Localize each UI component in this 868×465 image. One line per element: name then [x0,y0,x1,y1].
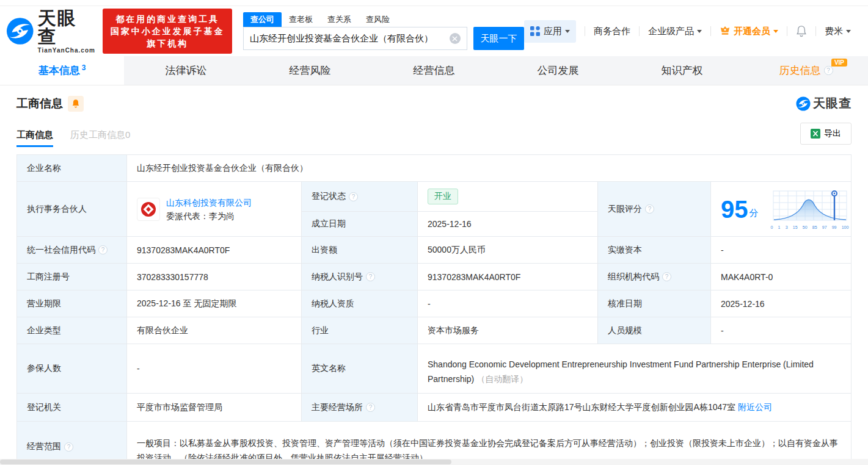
score-distribution-chart: 01 315 5085 9799 100 [771,189,849,229]
credit-code-label: 统一社会信用代码 ? [17,237,127,263]
credit-code-value: 91370283MAK4A0RT0F [127,237,302,263]
horizontal-scrollbar[interactable] [0,459,868,465]
contribution-value: 50000万人民币 [418,237,598,263]
tab-label: 历史信息 [779,63,821,78]
bell-icon [796,25,807,37]
tab-history-info[interactable]: VIP 历史信息 ? [744,56,868,85]
search-tab-company[interactable]: 查公司 [243,12,282,27]
nav-open-vip[interactable]: 开通会员 [720,26,778,37]
clear-search-icon[interactable] [450,33,461,44]
notification-bell[interactable] [796,25,807,37]
establish-date-label: 成立日期 [302,212,418,236]
english-name-label: 英文名称 [302,344,418,393]
table-row: 参保人数 - 英文名称 Shandong Economic Developmen… [17,344,851,394]
chevron-down-icon [773,30,778,33]
tab-intellectual-property[interactable]: 知识产权 [620,56,744,85]
table-row: 统一社会信用代码 ? 91370283MAK4A0RT0F 出资额 50000万… [17,237,851,264]
tab-basic-info[interactable]: 基本信息 3 [0,56,124,85]
establish-date-value: 2025-12-16 [418,212,597,236]
tab-label: 知识产权 [662,63,703,78]
help-icon[interactable]: ? [98,245,108,254]
help-icon[interactable]: ? [64,442,73,452]
help-icon[interactable]: ? [349,192,358,201]
search-row: 天眼一下 [243,27,524,50]
tab-label: 法律诉讼 [166,63,207,78]
tab-label: 经营风险 [290,63,331,78]
help-icon[interactable]: ? [824,66,833,75]
export-button[interactable]: 导出 [800,123,852,145]
tianyancha-logo[interactable]: 天眼查 TianYanCha.com [6,9,95,54]
partner-logo[interactable] [137,198,160,221]
taxpayer-id-label: 纳税人识别号 ? [302,264,418,290]
nearby-companies-link[interactable]: 附近公司 [738,402,772,413]
apps-menu[interactable]: 应用 [524,20,576,43]
search-box [243,27,467,50]
tab-business-info[interactable]: 经营信息 [372,56,496,85]
logo-swirl-icon [6,17,34,45]
staff-size-value: - [711,317,851,344]
bell-icon [71,99,80,108]
partner-company-link[interactable]: 山东科创投资有限公司 [166,198,252,207]
approval-date-value: 2025-12-16 [711,290,851,317]
tab-legal[interactable]: 法律诉讼 [124,56,248,85]
score-number: 95 [721,197,748,222]
tianyan-score-label: 天眼评分 ? [598,182,711,236]
section-title: 工商信息 [16,96,63,112]
logo-swirl-icon [796,96,811,111]
help-icon[interactable]: ? [366,403,375,412]
insured-count-value: - [127,344,302,393]
business-info-table: 企业名称 山东经开创业投资基金合伙企业（有限合伙） 执行事务合伙人 山东科创投资… [16,154,852,465]
table-row: 企业类型 有限合伙企业 行业 资本市场服务 人员规模 - [17,317,851,344]
approval-date-label: 核准日期 [598,290,711,317]
search-tab-risk[interactable]: 查风险 [359,12,397,27]
org-code-label: 组织机构代码 ? [598,264,711,290]
top-bar: 天眼查 TianYanCha.com 都在用的商业查询工具 国家中小企业发展子基… [0,6,868,56]
nav-enterprise[interactable]: 企业级产品 [648,26,702,37]
tab-label: 基本信息 [38,63,80,78]
partner-emblem-icon [140,201,157,218]
crown-icon [720,26,731,37]
table-row: 登记机关 平度市市场监督管理局 主要经营场所 ? 山东省青岛市平度市凤台街道太原… [17,394,851,422]
registration-authority-value: 平度市市场监督管理局 [127,394,302,421]
table-row: 执行事务合伙人 山东科创投资有限公司 委派代表：李为尚 登记 [17,182,851,237]
search-input[interactable] [244,34,450,44]
contribution-label: 出资额 [302,237,418,263]
logo-name: 天眼查 [37,9,95,46]
vip-badge: VIP [831,59,847,67]
help-icon[interactable]: ? [645,204,654,214]
company-name-value: 山东经开创业投资基金合伙企业（有限合伙） [127,155,851,181]
help-icon[interactable]: ? [366,272,375,281]
vip-label: 开通会员 [734,26,770,37]
executive-partner-value: 山东科创投资有限公司 委派代表：李为尚 [127,182,302,236]
tianyancha-watermark: 天眼查 [796,95,852,112]
tab-company-development[interactable]: 公司发展 [496,56,620,85]
registration-status-label: 登记状态 ? [302,182,418,211]
user-menu[interactable]: 费米 [825,26,851,37]
registration-number-value: 370283330157778 [127,264,302,290]
top-hairline [0,0,868,6]
tab-operation-risk[interactable]: 经营风险 [248,56,372,85]
industry-label: 行业 [302,317,418,344]
table-row: 工商注册号 370283330157778 纳税人识别号 ? 91370283M… [17,264,851,290]
subscribe-bell-button[interactable] [68,96,84,112]
subtab-business-info[interactable]: 工商信息 [16,129,53,147]
excel-icon [811,129,820,139]
subtab-history-business-info[interactable]: 历史工商信息0 [70,129,130,147]
company-type-value: 有限合伙企业 [127,317,302,344]
address-value: 山东省青岛市平度市凤台街道太原路17号山东财经大学平度创新创业园A栋1047室 … [418,394,851,421]
search-tab-relation[interactable]: 查关系 [320,12,359,27]
tab-count-badge: 3 [82,63,86,72]
export-label: 导出 [824,128,841,139]
scrollbar-thumb[interactable] [0,460,451,464]
company-nav-tabs: 基本信息 3 法律诉讼 经营风险 经营信息 公司发展 知识产权 VIP 历史信息… [0,56,868,85]
nav-cooperation[interactable]: 商务合作 [594,26,630,37]
taxpayer-qualification-value: - [418,290,598,317]
score-axis-ticks: 01 315 5085 9799 100 [771,225,849,229]
search-button[interactable]: 天眼一下 [473,27,524,50]
partner-representative: 委派代表：李为尚 [166,209,252,223]
apps-label: 应用 [544,26,562,37]
search-tab-boss[interactable]: 查老板 [282,12,320,27]
help-icon[interactable]: ? [662,272,671,281]
staff-size-label: 人员规模 [598,317,711,344]
paid-capital-label: 实缴资本 [598,237,711,263]
